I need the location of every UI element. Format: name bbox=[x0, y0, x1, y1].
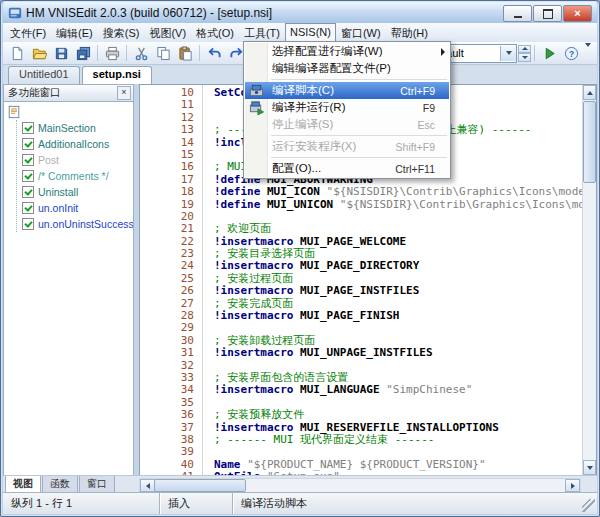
menu-item-settings[interactable]: 配置(O)...Ctrl+F11 bbox=[245, 160, 449, 177]
code-line[interactable]: 31!insertmacro MUI_UNPAGE_INSTFILES bbox=[140, 347, 583, 359]
window-title: HM VNISEdit 2.0.3 (build 060712) - [setu… bbox=[26, 6, 272, 20]
menu-item-stop-compile[interactable]: 停止编译(S)Esc bbox=[245, 116, 449, 133]
tree-item-checkbox[interactable] bbox=[22, 122, 34, 134]
open-file-button[interactable] bbox=[28, 43, 50, 64]
tree-item[interactable]: /* Comments */ bbox=[17, 168, 133, 184]
help-icon: ? bbox=[564, 46, 579, 61]
tree-item-checkbox[interactable] bbox=[22, 170, 34, 182]
code-line[interactable]: 38; ------ MUI 现代界面定义结束 ------ bbox=[140, 434, 583, 446]
menu-search[interactable]: 搜索(S) bbox=[98, 23, 145, 42]
menu-tools[interactable]: 工具(T) bbox=[239, 23, 285, 42]
code-line[interactable]: 34!insertmacro MUI_LANGUAGE "SimpChinese… bbox=[140, 384, 583, 396]
scroll-down-arrow[interactable] bbox=[583, 460, 596, 475]
stepper-down-arrow[interactable] bbox=[518, 53, 531, 62]
line-number: 39 bbox=[140, 446, 202, 458]
copy-button[interactable] bbox=[152, 43, 174, 64]
sidebar-close-icon[interactable]: × bbox=[117, 86, 131, 100]
new-file-button[interactable] bbox=[6, 43, 28, 64]
menu-item-label: 编译脚本(C) bbox=[272, 83, 334, 98]
tree-item[interactable]: AdditionalIcons bbox=[17, 136, 133, 152]
code-line[interactable]: 40Name "${PRODUCT_NAME} ${PRODUCT_VERSIO… bbox=[140, 459, 583, 471]
vscroll-thumb[interactable] bbox=[583, 101, 596, 183]
menu-format[interactable]: 格式(O) bbox=[191, 23, 239, 42]
app-icon[interactable] bbox=[8, 6, 22, 20]
tree-item-checkbox[interactable] bbox=[22, 186, 34, 198]
code-line[interactable]: 19!define MUI_UNICON "${NSISDIR}\Contrib… bbox=[140, 199, 583, 211]
toolbar-overflow-chevron[interactable] bbox=[582, 47, 594, 59]
scroll-right-arrow[interactable] bbox=[565, 479, 580, 492]
run-installer-button[interactable] bbox=[538, 43, 560, 64]
tree-item[interactable]: Uninstall bbox=[17, 184, 133, 200]
bottom-tab[interactable]: 视图 bbox=[5, 476, 41, 493]
line-number: 18 bbox=[140, 186, 202, 198]
tree-item-label: un.onUninstSuccess bbox=[38, 218, 134, 230]
menu-item-run-installer[interactable]: 运行安装程序(X)Shift+F9 bbox=[245, 138, 449, 155]
bottom-tab[interactable]: 窗口 bbox=[79, 476, 115, 493]
resize-grip[interactable] bbox=[582, 499, 595, 512]
code-line[interactable]: 24!insertmacro MUI_PAGE_DIRECTORY bbox=[140, 260, 583, 272]
toolbar-separator bbox=[534, 45, 535, 61]
scroll-left-arrow[interactable] bbox=[140, 479, 155, 492]
menu-item-edit-compiler-config[interactable]: 编辑编译器配置文件(P) bbox=[245, 60, 449, 77]
undo-button[interactable] bbox=[203, 43, 225, 64]
code-line[interactable]: 22!insertmacro MUI_PAGE_WELCOME bbox=[140, 236, 583, 248]
code-line[interactable]: 26!insertmacro MUI_PAGE_INSTFILES bbox=[140, 285, 583, 297]
menu-file[interactable]: 文件(F) bbox=[5, 23, 51, 42]
save-button[interactable] bbox=[50, 43, 72, 64]
tab-setup-nsi[interactable]: setup.nsi bbox=[82, 66, 152, 85]
tree-item-checkbox[interactable] bbox=[22, 138, 34, 150]
menubar: 文件(F)编辑(E)搜索(S)视图(V)格式(O)工具(T)NSIS(N)窗口(… bbox=[3, 23, 597, 43]
menu-nsis[interactable]: NSIS(N) bbox=[285, 23, 336, 42]
editor-vscrollbar[interactable] bbox=[582, 85, 596, 475]
line-number: 16 bbox=[140, 161, 202, 173]
code-line[interactable]: 32 bbox=[140, 360, 583, 372]
menu-item-compile-script[interactable]: 编译脚本(C)Ctrl+F9 bbox=[245, 82, 449, 99]
menu-view[interactable]: 视图(V) bbox=[144, 23, 191, 42]
tree-root[interactable] bbox=[7, 104, 133, 120]
toolbar-right-buttons: ? bbox=[538, 42, 582, 64]
tree-item-checkbox[interactable] bbox=[22, 202, 34, 214]
menu-item-compile-run[interactable]: 编译并运行(R)F9 bbox=[245, 99, 449, 116]
menu-item-label: 配置(O)... bbox=[272, 161, 321, 176]
tab-untitled01[interactable]: Untitled01 bbox=[8, 66, 80, 84]
undo-icon bbox=[207, 46, 222, 61]
bottom-tab[interactable]: 函数 bbox=[42, 476, 78, 493]
menu-window[interactable]: 窗口(W) bbox=[336, 23, 386, 42]
menu-item-label: 选择配置进行编译(W) bbox=[272, 44, 383, 59]
tree-item[interactable]: MainSection bbox=[17, 120, 133, 136]
hscroll-thumb[interactable] bbox=[154, 479, 246, 492]
maximize-button[interactable] bbox=[533, 5, 562, 22]
tree-item[interactable]: un.onInit bbox=[17, 200, 133, 216]
save-all-button[interactable] bbox=[72, 43, 94, 64]
tree-item[interactable]: Post bbox=[17, 152, 133, 168]
editor-hscrollbar[interactable] bbox=[139, 478, 581, 493]
print-button[interactable] bbox=[101, 43, 123, 64]
close-button[interactable]: × bbox=[563, 5, 592, 22]
code-line[interactable]: 28!insertmacro MUI_PAGE_FINISH bbox=[140, 310, 583, 322]
menu-shortcut: Ctrl+F9 bbox=[400, 85, 449, 97]
code-line[interactable]: 35 bbox=[140, 397, 583, 409]
tree-item-checkbox[interactable] bbox=[22, 218, 34, 230]
menu-item-select-config-compile[interactable]: 选择配置进行编译(W) bbox=[245, 43, 449, 60]
tree-item-checkbox[interactable] bbox=[22, 154, 34, 166]
config-stepper[interactable] bbox=[518, 45, 531, 62]
section-tree: MainSectionAdditionalIconsPost/* Comment… bbox=[3, 101, 134, 476]
open-file-icon bbox=[32, 46, 47, 61]
tree-item[interactable]: un.onUninstSuccess bbox=[17, 216, 133, 232]
scroll-up-arrow[interactable] bbox=[583, 85, 596, 100]
line-number: 13 bbox=[140, 124, 202, 136]
submenu-arrow-icon bbox=[441, 48, 445, 56]
paste-button[interactable] bbox=[174, 43, 196, 64]
help-button[interactable]: ? bbox=[560, 43, 582, 64]
cut-button[interactable] bbox=[130, 43, 152, 64]
code-line[interactable]: 20 bbox=[140, 211, 583, 223]
minimize-button[interactable] bbox=[503, 5, 532, 22]
menu-help[interactable]: 帮助(H) bbox=[386, 23, 433, 42]
line-number: 11 bbox=[140, 99, 202, 111]
save-icon bbox=[54, 46, 69, 61]
compile-script-icon bbox=[245, 83, 267, 98]
menu-edit[interactable]: 编辑(E) bbox=[51, 23, 98, 42]
stepper-up-arrow[interactable] bbox=[518, 45, 531, 54]
combobox-dropdown-arrow[interactable] bbox=[500, 46, 516, 61]
code-line[interactable]: 29 bbox=[140, 322, 583, 334]
